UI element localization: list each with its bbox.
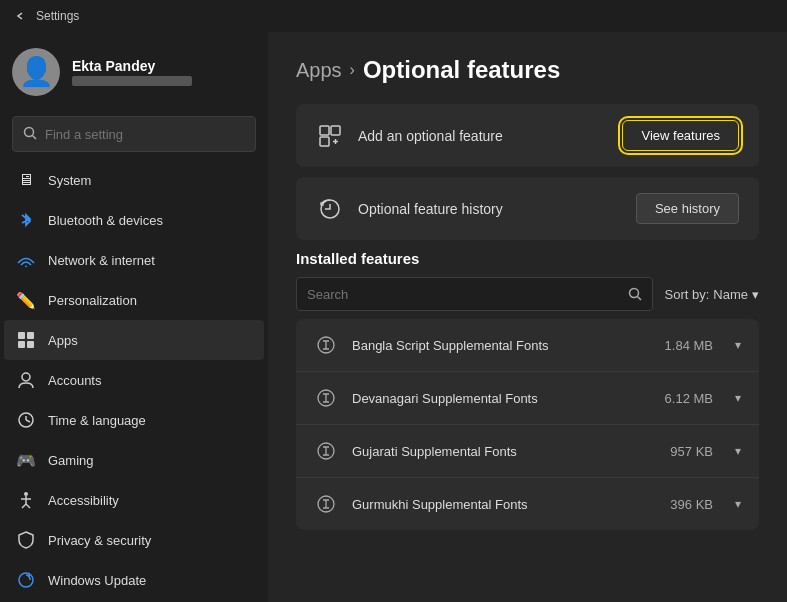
breadcrumb-arrow: › xyxy=(350,61,355,79)
svg-rect-19 xyxy=(320,137,329,146)
font-icon-3 xyxy=(314,492,338,516)
gaming-icon: 🎮 xyxy=(16,450,36,470)
svg-point-7 xyxy=(22,373,30,381)
nav-list: 🖥 System Bluetooth & devices Network & i… xyxy=(0,160,268,594)
installed-feature-list: Bangla Script Supplemental Fonts 1.84 MB… xyxy=(296,319,759,530)
time-icon xyxy=(16,410,36,430)
table-row[interactable]: Bangla Script Supplemental Fonts 1.84 MB… xyxy=(296,319,759,372)
personalization-icon: ✏️ xyxy=(16,290,36,310)
font-icon-0 xyxy=(314,333,338,357)
feature-size-1: 6.12 MB xyxy=(665,391,713,406)
windows-update-icon xyxy=(16,570,36,590)
svg-rect-18 xyxy=(331,126,340,135)
privacy-icon xyxy=(16,530,36,550)
feature-name-2: Gujarati Supplemental Fonts xyxy=(352,444,656,459)
user-name: Ekta Pandey xyxy=(72,58,256,74)
sidebar-item-bluetooth[interactable]: Bluetooth & devices xyxy=(4,200,264,240)
avatar: 👤 xyxy=(12,48,60,96)
svg-rect-17 xyxy=(320,126,329,135)
installed-search-input[interactable] xyxy=(307,287,620,302)
svg-line-24 xyxy=(637,297,641,301)
content-area: Apps › Optional features Add an optional… xyxy=(268,32,787,602)
accessibility-icon xyxy=(16,490,36,510)
svg-point-23 xyxy=(629,289,638,298)
main-layout: 👤 Ekta Pandey 🖥 System xyxy=(0,32,787,602)
table-row[interactable]: Devanagari Supplemental Fonts 6.12 MB ▾ xyxy=(296,372,759,425)
installed-features-title: Installed features xyxy=(296,250,759,267)
chevron-down-icon: ▾ xyxy=(735,338,741,352)
page-title: Optional features xyxy=(363,56,560,84)
sidebar-item-label: Network & internet xyxy=(48,253,155,268)
sidebar-item-label: Apps xyxy=(48,333,78,348)
installed-search-box[interactable] xyxy=(296,277,653,311)
breadcrumb-parent[interactable]: Apps xyxy=(296,59,342,82)
bluetooth-icon xyxy=(16,210,36,230)
svg-rect-4 xyxy=(27,332,34,339)
window-title: Settings xyxy=(36,9,79,23)
installed-features-section: Installed features Sort by: Name ▾ xyxy=(296,250,759,530)
add-feature-icon xyxy=(316,122,344,150)
sidebar-item-privacy[interactable]: Privacy & security xyxy=(4,520,264,560)
svg-line-15 xyxy=(26,504,30,508)
svg-point-2 xyxy=(25,266,27,268)
sort-control[interactable]: Sort by: Name ▾ xyxy=(665,287,759,302)
back-button[interactable] xyxy=(12,8,28,24)
add-feature-card: Add an optional feature View features xyxy=(296,104,759,167)
sidebar-item-label: Time & language xyxy=(48,413,146,428)
sidebar-item-label: Personalization xyxy=(48,293,137,308)
sidebar-item-windows-update[interactable]: Windows Update xyxy=(4,560,264,594)
svg-rect-5 xyxy=(18,341,25,348)
sort-value: Name xyxy=(713,287,748,302)
sidebar-item-system[interactable]: 🖥 System xyxy=(4,160,264,200)
sidebar-item-label: Accessibility xyxy=(48,493,119,508)
sidebar-item-label: Accounts xyxy=(48,373,101,388)
font-icon-2 xyxy=(314,439,338,463)
sidebar-item-label: Bluetooth & devices xyxy=(48,213,163,228)
sidebar-item-label: Gaming xyxy=(48,453,94,468)
view-features-button[interactable]: View features xyxy=(622,120,739,151)
table-row[interactable]: Gurmukhi Supplemental Fonts 396 KB ▾ xyxy=(296,478,759,530)
sidebar-item-accounts[interactable]: Accounts xyxy=(4,360,264,400)
svg-line-14 xyxy=(22,504,26,508)
svg-line-10 xyxy=(26,420,30,422)
sidebar-item-label: System xyxy=(48,173,91,188)
user-info: Ekta Pandey xyxy=(72,58,256,86)
sidebar-item-personalization[interactable]: ✏️ Personalization xyxy=(4,280,264,320)
svg-point-0 xyxy=(25,127,34,136)
table-row[interactable]: Gujarati Supplemental Fonts 957 KB ▾ xyxy=(296,425,759,478)
title-bar: Settings xyxy=(0,0,787,32)
font-icon-1 xyxy=(314,386,338,410)
search-input[interactable] xyxy=(45,127,245,142)
sidebar-item-label: Privacy & security xyxy=(48,533,151,548)
feature-size-0: 1.84 MB xyxy=(665,338,713,353)
svg-rect-6 xyxy=(27,341,34,348)
user-email-bar xyxy=(72,76,192,86)
installed-search-icon xyxy=(628,287,642,301)
history-label: Optional feature history xyxy=(358,201,503,217)
add-feature-label: Add an optional feature xyxy=(358,128,503,144)
svg-point-11 xyxy=(24,492,28,496)
sidebar-item-gaming[interactable]: 🎮 Gaming xyxy=(4,440,264,480)
see-history-button[interactable]: See history xyxy=(636,193,739,224)
svg-line-1 xyxy=(33,135,37,139)
sidebar-item-apps[interactable]: Apps xyxy=(4,320,264,360)
network-icon xyxy=(16,250,36,270)
system-icon: 🖥 xyxy=(16,170,36,190)
feature-history-card: Optional feature history See history xyxy=(296,177,759,240)
search-box[interactable] xyxy=(12,116,256,152)
feature-size-3: 396 KB xyxy=(670,497,713,512)
feature-name-1: Devanagari Supplemental Fonts xyxy=(352,391,651,406)
history-icon xyxy=(316,195,344,223)
accounts-icon xyxy=(16,370,36,390)
search-icon xyxy=(23,126,37,143)
sidebar-item-accessibility[interactable]: Accessibility xyxy=(4,480,264,520)
sidebar-item-time[interactable]: Time & language xyxy=(4,400,264,440)
sidebar: 👤 Ekta Pandey 🖥 System xyxy=(0,32,268,602)
installed-toolbar: Sort by: Name ▾ xyxy=(296,277,759,311)
feature-name-0: Bangla Script Supplemental Fonts xyxy=(352,338,651,353)
feature-size-2: 957 KB xyxy=(670,444,713,459)
chevron-down-icon: ▾ xyxy=(735,497,741,511)
sidebar-item-label: Windows Update xyxy=(48,573,146,588)
svg-rect-3 xyxy=(18,332,25,339)
sidebar-item-network[interactable]: Network & internet xyxy=(4,240,264,280)
